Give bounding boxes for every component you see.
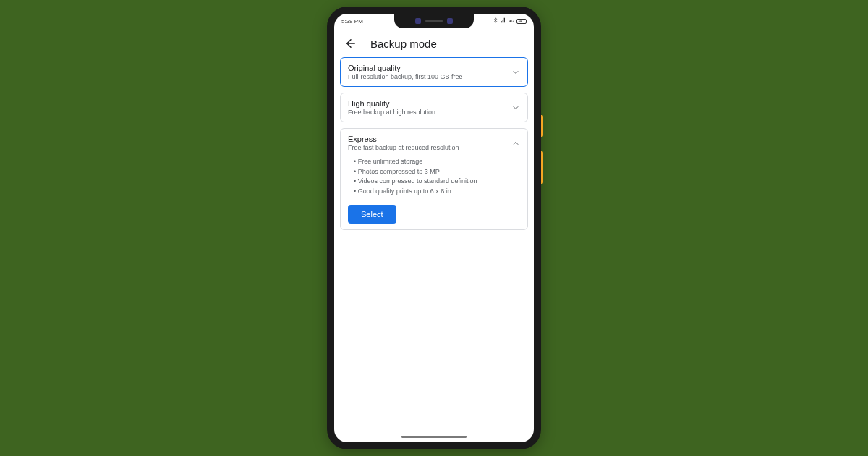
detail-bullet: Photos compressed to 3 MP — [348, 167, 520, 177]
bluetooth-icon — [493, 17, 498, 25]
phone-side-button — [541, 115, 543, 137]
select-button[interactable]: Select — [348, 205, 396, 224]
chevron-down-icon[interactable] — [511, 104, 520, 112]
chevron-down-icon[interactable] — [511, 68, 520, 77]
page-title: Backup mode — [370, 38, 437, 50]
signal-icon — [501, 17, 506, 25]
option-details: Free unlimited storage Photos compressed… — [348, 157, 520, 224]
options-list: Original quality Full-resolution backup,… — [334, 57, 534, 230]
back-arrow-icon[interactable] — [344, 37, 357, 50]
detail-bullet: Free unlimited storage — [348, 157, 520, 167]
option-subtitle: Free backup at high resolution — [348, 109, 511, 116]
detail-bullet: Good quality prints up to 6 x 8 in. — [348, 187, 520, 197]
option-original-quality[interactable]: Original quality Full-resolution backup,… — [340, 57, 528, 87]
screen: 5:38 PM 4G Backup mode — [334, 14, 534, 442]
option-express[interactable]: Express Free fast backup at reduced reso… — [340, 128, 528, 230]
app-header: Backup mode — [334, 28, 534, 57]
option-subtitle: Free fast backup at reduced resolution — [348, 144, 511, 151]
battery-icon — [516, 19, 527, 24]
phone-side-button — [541, 151, 543, 184]
option-title: Original quality — [348, 64, 511, 72]
option-subtitle: Full-resolution backup, first 100 GB fre… — [348, 73, 511, 80]
option-title: High quality — [348, 99, 511, 108]
home-indicator[interactable] — [401, 436, 467, 438]
status-time: 5:38 PM — [341, 18, 363, 25]
network-label: 4G — [509, 19, 514, 23]
status-right: 4G — [493, 17, 527, 25]
option-high-quality[interactable]: High quality Free backup at high resolut… — [340, 93, 528, 122]
detail-bullet: Videos compressed to standard definition — [348, 177, 520, 187]
phone-frame: 5:38 PM 4G Backup mode — [327, 7, 541, 449]
chevron-up-icon[interactable] — [511, 139, 520, 148]
option-title: Express — [348, 135, 511, 143]
notch — [394, 14, 474, 28]
